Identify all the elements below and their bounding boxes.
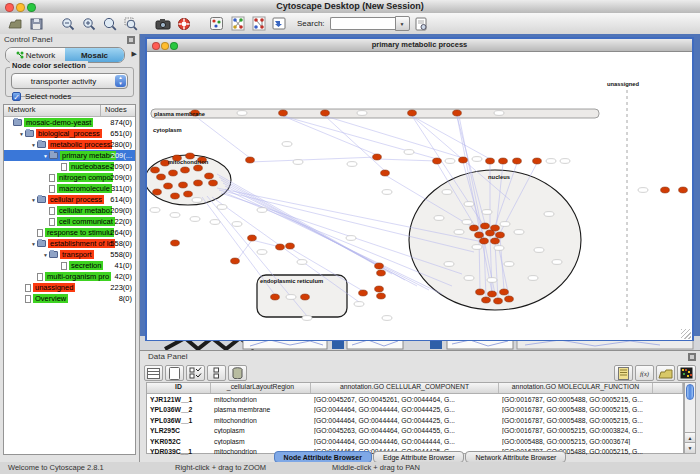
expand-arrow-icon[interactable]: ▼: [30, 241, 37, 247]
network-node[interactable]: [480, 238, 489, 244]
node-color-dropdown[interactable]: transporter activity ▲▼: [11, 73, 128, 89]
network-node[interactable]: [286, 243, 295, 249]
select-attributes-icon[interactable]: [144, 365, 163, 381]
network-node[interactable]: [205, 173, 214, 179]
scrollbar-thumb[interactable]: [686, 384, 694, 400]
zoom-fit-icon[interactable]: [101, 15, 119, 32]
float-panel-icon[interactable]: [127, 36, 135, 44]
layout-network-alt-icon[interactable]: [249, 15, 267, 32]
network-node[interactable]: [459, 157, 468, 163]
table-row[interactable]: YPL036W__1 mitochondrion [GO:0044464, GO…: [147, 415, 683, 426]
expand-arrow-icon[interactable]: ▼: [18, 131, 25, 137]
network-node[interactable]: [476, 289, 485, 295]
column-header-cellular-component[interactable]: annotation.GO CELLULAR_COMPONENT: [311, 383, 499, 393]
tree-row[interactable]: ▼ biological_process 651(0): [4, 128, 135, 139]
tree-row[interactable]: nitrogen compo 209(0): [4, 172, 135, 183]
layout-network-icon[interactable]: [228, 15, 246, 32]
network-node[interactable]: [486, 230, 495, 236]
network-node[interactable]: [377, 270, 386, 276]
network-node[interactable]: [491, 238, 500, 244]
network-node[interactable]: [475, 232, 484, 238]
minimize-view-button[interactable]: [161, 42, 169, 50]
open-file-icon[interactable]: [6, 15, 24, 32]
tree-row[interactable]: mosaic-demo-yeast 874(0): [4, 117, 135, 128]
search-dropdown-icon[interactable]: ▼: [395, 16, 410, 31]
network-node[interactable]: [359, 290, 368, 296]
more-tabs-arrow-icon[interactable]: ▶: [132, 50, 137, 58]
network-node[interactable]: [279, 110, 288, 116]
heatmap-icon[interactable]: [677, 365, 696, 381]
tree-row[interactable]: response to stimulu 264(0): [4, 227, 135, 238]
network-node[interactable]: [513, 158, 522, 164]
network-node[interactable]: [661, 187, 670, 193]
expand-arrow-icon[interactable]: ▼: [30, 142, 37, 148]
search-input[interactable]: [330, 17, 395, 30]
network-node[interactable]: [533, 158, 542, 164]
tree-row[interactable]: ▼ primary metabo 209(...: [4, 150, 135, 161]
network-node[interactable]: [301, 294, 310, 300]
column-header-id[interactable]: ID: [147, 383, 211, 393]
network-node[interactable]: [494, 298, 503, 304]
table-row[interactable]: YKR052C cytoplasm [GO:0044464, GO:004444…: [147, 436, 683, 447]
network-node[interactable]: [381, 170, 390, 176]
table-row[interactable]: YLR295C cytoplasm [GO:0045263, GO:004446…: [147, 426, 683, 437]
network-node[interactable]: [184, 191, 193, 197]
tree-row[interactable]: ▼ establishment of lo 558(0): [4, 238, 135, 249]
network-node[interactable]: [505, 296, 514, 302]
resize-grip[interactable]: [681, 329, 691, 339]
network-node[interactable]: [231, 258, 240, 264]
network-node[interactable]: [151, 167, 160, 173]
tree-row[interactable]: ▼ cellular process 614(0): [4, 194, 135, 205]
select-nodes-checkbox[interactable]: ✓: [12, 92, 21, 101]
network-node[interactable]: [453, 110, 462, 116]
column-header-molecular-function[interactable]: annotation.GO MOLECULAR_FUNCTION: [499, 383, 653, 393]
network-node[interactable]: [486, 158, 495, 164]
vizmapper-icon[interactable]: [207, 15, 225, 32]
network-node[interactable]: [194, 165, 203, 171]
tree-row[interactable]: ▼ metabolic process 280(0): [4, 139, 135, 150]
unselect-attributes-icon[interactable]: [207, 365, 226, 381]
network-node[interactable]: [679, 187, 688, 193]
expand-arrow-icon[interactable]: ▼: [42, 252, 49, 258]
snapshot-camera-icon[interactable]: [154, 15, 172, 32]
table-row[interactable]: YPL036W__2 plasma membrane [GO:0044464, …: [147, 405, 683, 416]
table-row[interactable]: YJR121W__1 mitochondrion [GO:0045267, GO…: [147, 394, 683, 405]
tree-row[interactable]: nucleobase- 209(0): [4, 161, 135, 172]
tree-row[interactable]: multi-organism pro 42(0): [4, 271, 135, 282]
network-node[interactable]: [375, 286, 384, 292]
expand-arrow-icon[interactable]: ▼: [42, 153, 49, 159]
zoom-region-icon[interactable]: [122, 15, 140, 32]
import-network-icon[interactable]: [270, 15, 288, 32]
network-node[interactable]: [496, 232, 505, 238]
tree-row[interactable]: Overview 8(0): [4, 293, 135, 304]
tree-row[interactable]: cell communicat 22(0): [4, 216, 135, 227]
import-attributes-icon[interactable]: [656, 365, 675, 381]
tab-mosaic[interactable]: Mosaic: [65, 48, 124, 62]
network-node[interactable]: [373, 154, 382, 160]
tree-row[interactable]: ▼ transport 558(0): [4, 249, 135, 260]
save-icon[interactable]: [27, 15, 45, 32]
zoom-out-icon[interactable]: [59, 15, 77, 32]
network-node[interactable]: [271, 294, 280, 300]
network-node[interactable]: [482, 297, 491, 303]
network-node[interactable]: [408, 110, 417, 116]
column-header-region[interactable]: _cellularLayoutRegion: [211, 383, 311, 393]
network-node[interactable]: [171, 193, 180, 199]
tree-row[interactable]: secretion 41(0): [4, 260, 135, 271]
table-scrollbar[interactable]: ▲ ▼: [684, 382, 696, 454]
region-shape[interactable]: [151, 109, 599, 118]
network-node[interactable]: [246, 157, 255, 163]
zoom-window-button[interactable]: [27, 3, 36, 12]
zoom-view-button[interactable]: [170, 42, 178, 50]
network-node[interactable]: [481, 223, 490, 229]
network-node[interactable]: [169, 170, 178, 176]
attribute-checklist-icon[interactable]: [186, 365, 205, 381]
search-options-icon[interactable]: [413, 15, 431, 32]
close-window-button[interactable]: [5, 3, 14, 12]
network-node[interactable]: [164, 183, 173, 189]
network-node[interactable]: [194, 180, 203, 186]
network-window-titlebar[interactable]: primary metabolic process: [147, 39, 692, 52]
network-node[interactable]: [276, 244, 285, 250]
attribute-notes-icon[interactable]: [614, 365, 633, 381]
tree-row[interactable]: cellular metabo 209(0): [4, 205, 135, 216]
